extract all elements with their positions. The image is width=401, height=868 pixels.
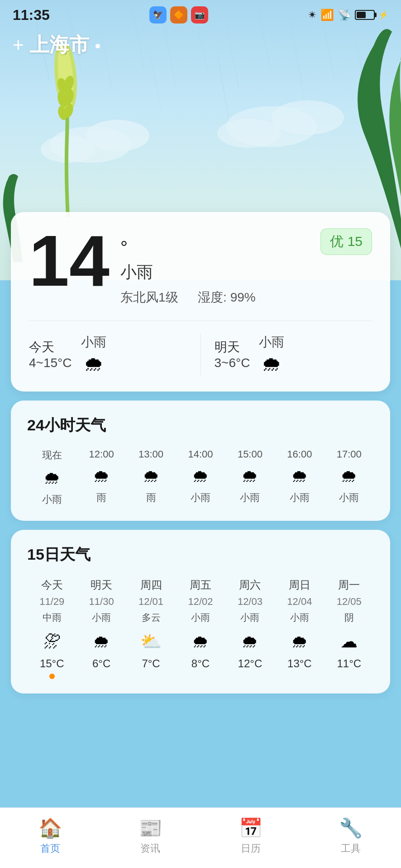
hourly-item: 12:00 🌧 雨 [76,448,126,506]
daily-condition: 小雨 [92,611,111,624]
nav-item-news[interactable]: 📰 资讯 [100,817,201,855]
daily-date: 12/04 [287,596,312,608]
hourly-time: 13:00 [138,448,163,460]
daily-item: 周日 12/04 小雨 🌧 13°C [275,578,324,679]
daily-temperature: 8°C [191,657,210,670]
today-temp: 4~15°C [29,356,72,370]
svg-point-21 [217,119,281,148]
status-bar: 11:35 🦅 🔶 📷 ✴ 📶 📡 ⚡ [0,0,401,27]
bottom-navigation: 🏠 首页 📰 资讯 📅 日历 🔧 工具 [0,807,401,868]
daily-temperature: 6°C [92,657,110,670]
wind-info: 东北风1级 [120,290,178,304]
daily-item: 今天 11/29 中雨 ⛈ 15°C [27,578,76,679]
hourly-time: 15:00 [238,448,263,460]
daily-item: 周六 12/03 小雨 🌧 12°C [225,578,275,679]
daily-weather-icon: 🌧 [241,629,258,652]
tomorrow-weather-icon: 🌧 [262,353,282,375]
daily-weekday: 周四 [140,578,162,592]
nav-tools-label: 工具 [341,842,361,855]
hourly-condition-label: 小雨 [290,491,310,505]
daily-condition: 多云 [142,611,161,624]
nav-item-tools[interactable]: 🔧 工具 [301,817,401,855]
daily-weather-icon: 🌧 [192,629,209,652]
current-temperature: 14 [29,228,110,293]
hourly-time: 现在 [42,448,62,462]
daily-item: 周一 12/05 阴 ☁ 11°C [325,578,374,679]
daily-date: 11/29 [39,596,64,608]
hourly-item: 17:00 🌧 小雨 [325,448,374,506]
hourly-weather-icon: 🌧 [93,465,110,486]
hourly-weather-icon: 🌧 [340,465,358,486]
hourly-item: 15:00 🌧 小雨 [225,448,275,506]
hourly-time: 17:00 [337,448,362,460]
main-content: 14 ° 小雨 东北风1级 湿度: 99% 优 15 [0,212,401,713]
hourly-time: 14:00 [188,448,213,460]
hourly-grid: 现在 🌧 小雨 12:00 🌧 雨 13:00 🌧 雨 14:00 🌧 小雨 1… [27,448,374,506]
daily-temperature: 11°C [337,657,361,670]
hourly-condition-label: 小雨 [42,493,62,506]
today-forecast: 今天 4~15°C 小雨 🌧 [29,334,187,375]
today-condition: 小雨 [81,334,106,351]
hourly-condition-label: 小雨 [191,491,210,505]
nav-item-calendar[interactable]: 📅 日历 [200,817,301,855]
humidity-info: 湿度: 99% [198,290,256,304]
daily-card-title: 15日天气 [27,544,374,565]
daily-condition: 中雨 [43,611,62,624]
hourly-weather-icon: 🌧 [43,467,61,488]
daily-weather-icon: ☁ [340,629,358,652]
daily-date: 12/03 [238,596,263,608]
today-weather-icon: 🌧 [84,353,104,375]
add-city-button[interactable]: + [13,36,24,55]
weather-condition: 小雨 [120,261,320,283]
daily-weekday: 周五 [190,578,211,592]
hourly-time: 16:00 [287,448,312,460]
daily-temperature: 13°C [287,657,312,670]
bluetooth-icon: ✴ [308,9,317,21]
wifi-icon: 📶 [320,9,334,21]
daily-item: 明天 11/30 小雨 🌧 6°C [76,578,126,679]
daily-weather-icon: ⛈ [43,629,61,652]
daily-date: 12/05 [337,596,362,608]
daily-condition: 阴 [344,611,354,624]
today-tomorrow-forecast: 今天 4~15°C 小雨 🌧 明天 3~6°C [29,321,372,375]
app-icon-1: 🦅 [149,6,167,24]
nav-calendar-label: 日历 [241,842,261,855]
signal-icon: 📡 [338,9,351,21]
tools-icon: 🔧 [339,817,363,839]
today-label: 今天 [29,339,72,356]
current-weather-card: 14 ° 小雨 东北风1级 湿度: 99% 优 15 [11,212,390,392]
nav-home-label: 首页 [40,842,60,855]
aqi-badge: 优 15 [320,228,372,255]
daily-condition: 小雨 [240,611,259,624]
app-icon-3: 📷 [191,6,208,24]
daily-date: 11/30 [89,596,114,608]
daily-weather-icon: ⛅ [140,629,162,652]
daily-weekday: 今天 [41,578,63,592]
battery-icon [355,10,375,20]
hourly-condition-label: 雨 [96,491,106,505]
tomorrow-label: 明天 [215,339,250,356]
weather-wind-humidity: 东北风1级 湿度: 99% [120,289,320,306]
daily-item: 周四 12/01 多云 ⛅ 7°C [126,578,176,679]
temp-unit: ° [120,237,320,258]
daily-weekday: 明天 [91,578,112,592]
hourly-item: 13:00 🌧 雨 [126,448,176,506]
app-icon-2: 🔶 [170,6,187,24]
daily-date: 12/01 [138,596,163,608]
weather-details: ° 小雨 东北风1级 湿度: 99% [120,228,320,306]
hourly-weather-icon: 🌧 [291,465,308,486]
calendar-icon: 📅 [239,817,263,839]
hourly-item: 14:00 🌧 小雨 [176,448,225,506]
home-icon: 🏠 [38,817,62,839]
hourly-time: 12:00 [89,448,114,460]
separator [181,290,194,304]
aqi-label: 优 [330,234,344,249]
hourly-condition-label: 小雨 [240,491,260,505]
hourly-condition-label: 小雨 [339,491,359,505]
nav-item-home[interactable]: 🏠 首页 [0,817,100,855]
daily-condition: 小雨 [290,611,309,624]
daily-temperature: 12°C [238,657,263,670]
daily-grid: 今天 11/29 中雨 ⛈ 15°C 明天 11/30 小雨 🌧 6°C 周四 … [27,578,374,679]
header: + 上海市 [0,27,401,67]
news-icon: 📰 [138,817,162,839]
